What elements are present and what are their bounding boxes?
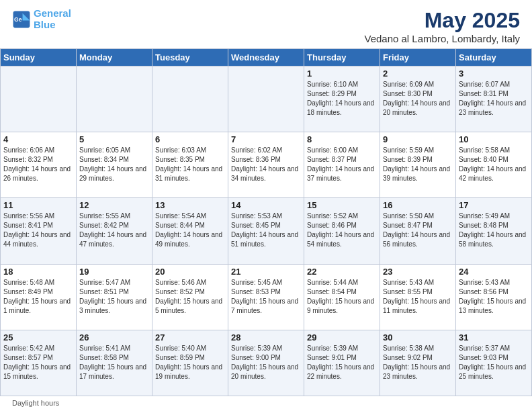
- day-number: 16: [383, 200, 453, 210]
- logo-general: General: [34, 7, 71, 19]
- day-number: 8: [307, 134, 377, 144]
- day-number: 24: [459, 267, 529, 277]
- day-cell: 30Sunrise: 5:38 AMSunset: 9:02 PMDayligh…: [380, 330, 456, 396]
- day-number: 29: [307, 332, 377, 342]
- day-detail: Sunrise: 6:06 AMSunset: 8:32 PMDaylight:…: [3, 146, 73, 183]
- day-cell: 25Sunrise: 5:42 AMSunset: 8:57 PMDayligh…: [1, 330, 77, 396]
- day-cell: 24Sunrise: 5:43 AMSunset: 8:56 PMDayligh…: [456, 264, 532, 330]
- week-row-3: 11Sunrise: 5:56 AMSunset: 8:41 PMDayligh…: [1, 198, 532, 264]
- day-number: 2: [383, 68, 453, 79]
- day-detail: Sunrise: 5:37 AMSunset: 9:03 PMDaylight:…: [459, 344, 529, 381]
- day-number: 27: [155, 332, 225, 342]
- day-number: 9: [383, 134, 453, 144]
- week-row-5: 25Sunrise: 5:42 AMSunset: 8:57 PMDayligh…: [1, 330, 532, 396]
- day-cell: 27Sunrise: 5:40 AMSunset: 8:59 PMDayligh…: [152, 330, 228, 396]
- logo: Ge General Blue: [12, 8, 71, 30]
- day-number: 31: [459, 332, 529, 342]
- col-header-saturday: Saturday: [456, 49, 532, 66]
- logo-text: General Blue: [34, 8, 71, 30]
- day-number: 5: [79, 134, 149, 144]
- week-row-4: 18Sunrise: 5:48 AMSunset: 8:49 PMDayligh…: [1, 264, 532, 330]
- day-cell: 15Sunrise: 5:52 AMSunset: 8:46 PMDayligh…: [304, 198, 380, 264]
- day-detail: Sunrise: 5:48 AMSunset: 8:49 PMDaylight:…: [3, 278, 73, 316]
- day-detail: Sunrise: 5:59 AMSunset: 8:39 PMDaylight:…: [383, 146, 453, 183]
- day-cell: [228, 66, 304, 132]
- day-detail: Sunrise: 6:00 AMSunset: 8:37 PMDaylight:…: [307, 146, 377, 183]
- day-cell: 13Sunrise: 5:54 AMSunset: 8:44 PMDayligh…: [152, 198, 228, 264]
- title-block: May 2025 Vedano al Lambro, Lombardy, Ita…: [364, 8, 520, 44]
- day-number: 20: [155, 267, 225, 277]
- day-cell: 5Sunrise: 6:05 AMSunset: 8:34 PMDaylight…: [77, 132, 152, 198]
- day-number: 30: [383, 332, 453, 342]
- day-detail: Sunrise: 5:39 AMSunset: 9:00 PMDaylight:…: [231, 344, 301, 381]
- col-header-thursday: Thursday: [304, 49, 380, 66]
- col-header-sunday: Sunday: [1, 49, 77, 66]
- main-title: May 2025: [364, 8, 520, 33]
- day-detail: Sunrise: 5:50 AMSunset: 8:47 PMDaylight:…: [383, 212, 453, 249]
- day-number: 18: [3, 267, 73, 277]
- page: Ge General Blue May 2025 Vedano al Lambr…: [0, 0, 532, 411]
- day-cell: 22Sunrise: 5:44 AMSunset: 8:54 PMDayligh…: [304, 264, 380, 330]
- day-number: 3: [459, 68, 529, 79]
- day-cell: 9Sunrise: 5:59 AMSunset: 8:39 PMDaylight…: [380, 132, 456, 198]
- day-cell: 29Sunrise: 5:39 AMSunset: 9:01 PMDayligh…: [304, 330, 380, 396]
- day-cell: 23Sunrise: 5:43 AMSunset: 8:55 PMDayligh…: [380, 264, 456, 330]
- day-detail: Sunrise: 6:10 AMSunset: 8:29 PMDaylight:…: [307, 80, 377, 118]
- day-cell: 18Sunrise: 5:48 AMSunset: 8:49 PMDayligh…: [1, 264, 77, 330]
- day-detail: Sunrise: 5:41 AMSunset: 8:58 PMDaylight:…: [79, 344, 149, 381]
- day-number: 4: [3, 134, 73, 144]
- day-detail: Sunrise: 5:43 AMSunset: 8:55 PMDaylight:…: [383, 278, 453, 316]
- day-cell: 28Sunrise: 5:39 AMSunset: 9:00 PMDayligh…: [228, 330, 304, 396]
- day-number: 28: [231, 332, 301, 342]
- day-detail: Sunrise: 5:56 AMSunset: 8:41 PMDaylight:…: [3, 212, 73, 249]
- col-header-friday: Friday: [380, 49, 456, 66]
- day-detail: Sunrise: 5:39 AMSunset: 9:01 PMDaylight:…: [307, 344, 377, 381]
- day-cell: 4Sunrise: 6:06 AMSunset: 8:32 PMDaylight…: [1, 132, 77, 198]
- week-row-1: 1Sunrise: 6:10 AMSunset: 8:29 PMDaylight…: [1, 66, 532, 132]
- day-cell: 20Sunrise: 5:46 AMSunset: 8:52 PMDayligh…: [152, 264, 228, 330]
- day-number: 25: [3, 332, 73, 342]
- day-number: 12: [79, 200, 149, 210]
- day-detail: Sunrise: 6:09 AMSunset: 8:30 PMDaylight:…: [383, 80, 453, 118]
- day-cell: 1Sunrise: 6:10 AMSunset: 8:29 PMDaylight…: [304, 66, 380, 132]
- calendar-header-row: SundayMondayTuesdayWednesdayThursdayFrid…: [1, 49, 532, 66]
- day-cell: 7Sunrise: 6:02 AMSunset: 8:36 PMDaylight…: [228, 132, 304, 198]
- day-detail: Sunrise: 5:53 AMSunset: 8:45 PMDaylight:…: [231, 212, 301, 249]
- day-cell: 12Sunrise: 5:55 AMSunset: 8:42 PMDayligh…: [77, 198, 152, 264]
- day-number: 11: [3, 200, 73, 210]
- day-number: 17: [459, 200, 529, 210]
- day-detail: Sunrise: 6:02 AMSunset: 8:36 PMDaylight:…: [231, 146, 301, 183]
- daylight-label: Daylight hours: [12, 399, 59, 407]
- day-cell: [152, 66, 228, 132]
- day-number: 26: [79, 332, 149, 342]
- day-cell: 14Sunrise: 5:53 AMSunset: 8:45 PMDayligh…: [228, 198, 304, 264]
- day-detail: Sunrise: 6:03 AMSunset: 8:35 PMDaylight:…: [155, 146, 225, 183]
- day-number: 23: [383, 267, 453, 277]
- day-number: 14: [231, 200, 301, 210]
- day-number: 22: [307, 267, 377, 277]
- day-cell: 6Sunrise: 6:03 AMSunset: 8:35 PMDaylight…: [152, 132, 228, 198]
- col-header-monday: Monday: [77, 49, 152, 66]
- day-cell: 19Sunrise: 5:47 AMSunset: 8:51 PMDayligh…: [77, 264, 152, 330]
- logo-blue: Blue: [34, 19, 56, 30]
- svg-text:Ge: Ge: [14, 16, 22, 23]
- day-cell: 31Sunrise: 5:37 AMSunset: 9:03 PMDayligh…: [456, 330, 532, 396]
- day-detail: Sunrise: 5:38 AMSunset: 9:02 PMDaylight:…: [383, 344, 453, 381]
- day-detail: Sunrise: 5:42 AMSunset: 8:57 PMDaylight:…: [3, 344, 73, 381]
- day-detail: Sunrise: 5:54 AMSunset: 8:44 PMDaylight:…: [155, 212, 225, 249]
- day-detail: Sunrise: 5:52 AMSunset: 8:46 PMDaylight:…: [307, 212, 377, 249]
- day-detail: Sunrise: 5:46 AMSunset: 8:52 PMDaylight:…: [155, 278, 225, 316]
- day-detail: Sunrise: 5:49 AMSunset: 8:48 PMDaylight:…: [459, 212, 529, 249]
- col-header-wednesday: Wednesday: [228, 49, 304, 66]
- day-detail: Sunrise: 6:05 AMSunset: 8:34 PMDaylight:…: [79, 146, 149, 183]
- day-cell: 2Sunrise: 6:09 AMSunset: 8:30 PMDaylight…: [380, 66, 456, 132]
- day-detail: Sunrise: 5:40 AMSunset: 8:59 PMDaylight:…: [155, 344, 225, 381]
- day-cell: [77, 66, 152, 132]
- day-detail: Sunrise: 5:44 AMSunset: 8:54 PMDaylight:…: [307, 278, 377, 316]
- day-cell: 3Sunrise: 6:07 AMSunset: 8:31 PMDaylight…: [456, 66, 532, 132]
- day-number: 21: [231, 267, 301, 277]
- day-number: 10: [459, 134, 529, 144]
- week-row-2: 4Sunrise: 6:06 AMSunset: 8:32 PMDaylight…: [1, 132, 532, 198]
- day-number: 6: [155, 134, 225, 144]
- day-cell: 8Sunrise: 6:00 AMSunset: 8:37 PMDaylight…: [304, 132, 380, 198]
